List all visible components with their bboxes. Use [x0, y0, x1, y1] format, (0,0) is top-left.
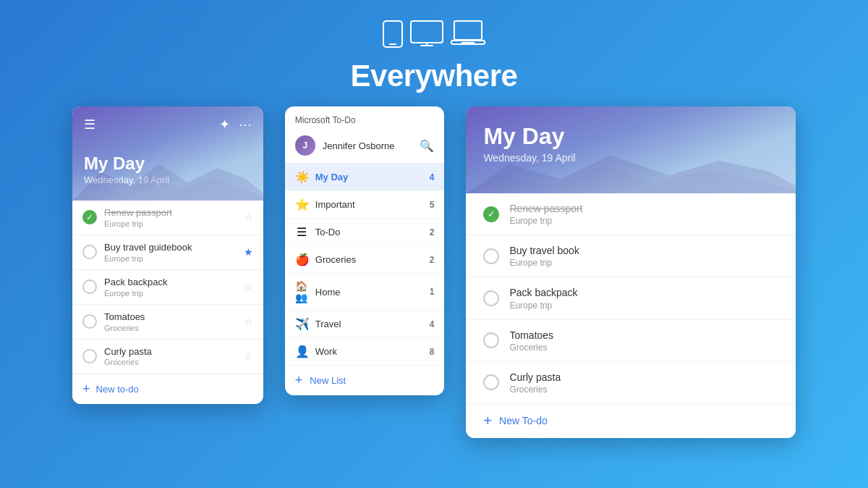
sidebar-item-label: To-Do — [315, 227, 422, 237]
search-icon[interactable]: 🔍 — [420, 139, 434, 153]
user-name: Jennifer Osborne — [323, 140, 413, 151]
list-item[interactable]: Curly pasta Groceries — [466, 362, 796, 404]
task-sub: Europe trip — [509, 216, 778, 226]
page-title: Everywhere — [351, 59, 518, 93]
plus-icon: + — [483, 413, 492, 429]
list-item[interactable]: Buy travel guidebook Europe trip ★ — [72, 235, 263, 270]
device-icons — [383, 20, 485, 51]
check-circle[interactable] — [82, 349, 97, 363]
task-sub: Europe trip — [104, 289, 237, 298]
svg-rect-5 — [454, 21, 482, 40]
task-sub: Groceries — [509, 342, 778, 353]
list-item[interactable]: Tomatoes Groceries — [466, 320, 796, 362]
sidebar-item-label: Groceries — [315, 254, 422, 265]
monitor-icon — [410, 20, 443, 51]
user-profile[interactable]: J Jennifer Osborne 🔍 — [285, 131, 445, 164]
list-item[interactable]: ✓ Renew passport Europe trip ☆ — [72, 201, 263, 235]
more-icon[interactable]: ⋯ — [239, 117, 252, 132]
mobile-task-list: ✓ Renew passport Europe trip ☆ Buy trave… — [72, 201, 263, 404]
task-sub: Europe trip — [104, 254, 237, 263]
sidebar-item-groceries[interactable]: 🍎 Groceries 2 — [285, 246, 445, 274]
task-name: Buy travel guidebook — [104, 242, 237, 254]
app-name: Microsoft To-Do — [285, 106, 445, 131]
list-item[interactable]: Pack backpack Europe trip — [466, 277, 796, 319]
sidebar-item-label: My Day — [315, 172, 422, 182]
task-name: Curly pasta — [509, 371, 778, 384]
task-name: Tomatoes — [104, 311, 237, 324]
sidebar-panel: Microsoft To-Do J Jennifer Osborne 🔍 ☀️ … — [285, 106, 445, 395]
sidebar-badge: 1 — [430, 287, 435, 297]
header: Everywhere — [351, 0, 518, 93]
sidebar-item-work[interactable]: 👤 Work 8 — [285, 338, 445, 366]
star-icon[interactable]: ☆ — [244, 281, 253, 293]
task-sub: Groceries — [509, 384, 778, 395]
phone-icon — [383, 20, 403, 51]
task-name: Renew passport — [509, 202, 778, 215]
task-name: Buy travel book — [509, 244, 778, 257]
check-circle[interactable] — [82, 314, 97, 329]
check-circle[interactable] — [82, 245, 97, 259]
new-list-label: New List — [310, 375, 346, 386]
star-icon[interactable]: ☆ — [244, 350, 253, 362]
check-circle-done[interactable]: ✓ — [483, 206, 499, 222]
new-todo-label: New To-do — [499, 415, 548, 426]
list-item[interactable]: Pack backpack Europe trip ☆ — [72, 270, 263, 305]
star-icon[interactable]: ☆ — [244, 211, 253, 223]
check-circle[interactable] — [483, 374, 499, 390]
sidebar-item-home[interactable]: 🏠 👥 Home 1 — [285, 274, 445, 311]
sidebar-badge: 4 — [430, 319, 435, 329]
travel-icon: ✈️ — [295, 317, 308, 331]
brightness-icon[interactable]: ✦ — [219, 117, 230, 132]
list-item[interactable]: ✓ Renew passport Europe trip — [466, 193, 796, 235]
plus-icon: + — [82, 382, 90, 397]
mobile-header: ☰ ✦ ⋯ My Day Wednesday, 19 April — [72, 106, 263, 201]
mobile-toolbar: ☰ ✦ ⋯ — [84, 117, 252, 132]
task-name: Tomatoes — [509, 329, 778, 342]
sidebar-item-label: Work — [315, 346, 422, 357]
sidebar-item-todo[interactable]: ☰ To-Do 2 — [285, 219, 445, 246]
work-icon: 👤 — [295, 345, 308, 358]
sidebar-badge: 5 — [430, 200, 435, 210]
home-icon: 🏠 👥 — [295, 280, 308, 303]
check-circle-done[interactable]: ✓ — [82, 210, 97, 224]
task-sub: Europe trip — [509, 300, 778, 311]
task-sub: Groceries — [104, 358, 237, 366]
list-item[interactable]: Tomatoes Groceries ☆ — [72, 305, 263, 340]
star-icon-filled[interactable]: ★ — [244, 246, 253, 258]
plus-icon: + — [295, 373, 303, 388]
sidebar-badge: 8 — [430, 347, 435, 357]
mobile-panel: ☰ ✦ ⋯ My Day Wednesday, 19 April ✓ Renew… — [72, 106, 263, 404]
check-circle[interactable] — [483, 332, 499, 348]
hamburger-icon[interactable]: ☰ — [84, 117, 95, 132]
desktop-title: My Day — [483, 124, 778, 149]
sidebar-item-label: Home — [315, 287, 422, 298]
task-sub: Groceries — [104, 324, 237, 332]
svg-rect-0 — [383, 21, 402, 47]
sidebar-badge: 2 — [430, 227, 435, 237]
star-icon: ⭐ — [295, 198, 308, 211]
new-todo-label: New to-do — [96, 384, 139, 395]
todo-icon: ☰ — [295, 225, 308, 239]
sidebar-item-travel[interactable]: ✈️ Travel 4 — [285, 311, 445, 338]
sidebar-item-my-day[interactable]: ☀️ My Day 4 — [285, 164, 445, 191]
sidebar-item-label: Important — [315, 199, 422, 210]
desktop-panel: My Day Wednesday, 19 April ✓ Renew passp… — [466, 106, 796, 438]
star-icon[interactable]: ☆ — [244, 316, 253, 327]
task-name: Renew passport — [104, 207, 237, 219]
task-sub: Europe trip — [509, 258, 778, 268]
sidebar-item-important[interactable]: ⭐ Important 5 — [285, 191, 445, 219]
list-item[interactable]: Buy travel book Europe trip — [466, 235, 796, 277]
new-todo-button[interactable]: + New To-do — [466, 404, 796, 438]
task-name: Pack backpack — [104, 277, 237, 289]
avatar: J — [295, 135, 315, 156]
new-todo-button[interactable]: + New to-do — [72, 374, 263, 404]
check-circle[interactable] — [82, 279, 97, 294]
task-sub: Europe trip — [104, 219, 237, 228]
desktop-header: My Day Wednesday, 19 April — [466, 106, 796, 193]
check-circle[interactable] — [483, 248, 499, 264]
panels-container: ☰ ✦ ⋯ My Day Wednesday, 19 April ✓ Renew… — [0, 106, 868, 438]
list-item[interactable]: Curly pasta Groceries ☆ — [72, 340, 263, 374]
check-circle[interactable] — [483, 290, 499, 306]
new-list-button[interactable]: + New List — [285, 366, 445, 395]
svg-rect-2 — [411, 21, 443, 43]
